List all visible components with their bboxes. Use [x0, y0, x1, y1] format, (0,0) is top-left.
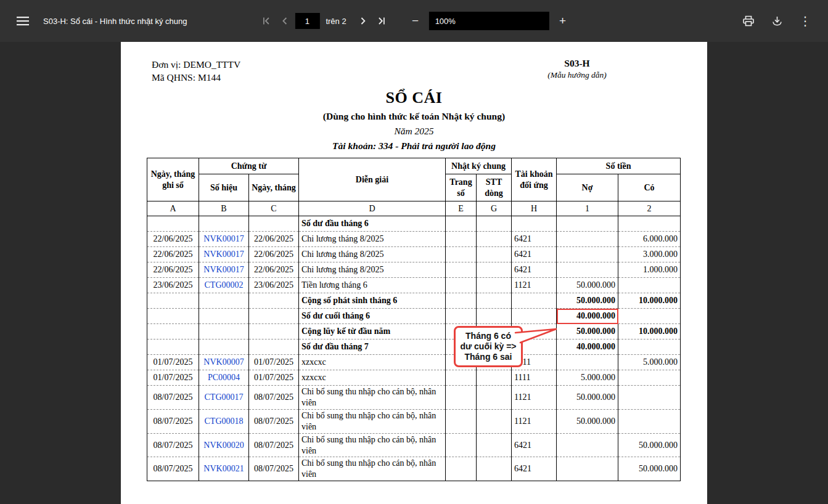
table-row: 08/07/2025NVK0002108/07/2025Chi bổ sung …: [147, 457, 681, 481]
hamburger-icon: [17, 16, 29, 26]
header-amount-group: Số tiền: [557, 158, 681, 174]
ledger-cell-journal-line: [477, 309, 512, 324]
ledger-cell-journal-page: [446, 232, 477, 247]
ledger-cell-credit: [618, 216, 681, 232]
ledger-cell-debit: [557, 232, 618, 247]
download-icon: [771, 15, 783, 26]
table-row: 22/06/2025NVK0001722/06/2025Chi lương th…: [147, 262, 681, 278]
next-page-button[interactable]: [354, 12, 372, 30]
ledger-cell-credit: 10.000.000: [618, 324, 681, 339]
ledger-cell-debit: [557, 457, 618, 481]
ledger-cell-credit: 50.000.000: [618, 457, 681, 481]
ledger-cell-voucher-date: 08/07/2025: [249, 433, 299, 457]
annotation-callout: Tháng 6 có dư cuối kỳ => Tháng 6 sai: [454, 326, 523, 367]
document-link[interactable]: CTG00018: [199, 409, 249, 433]
report-title: SỔ CÁI: [121, 89, 707, 107]
ledger-cell-debit: 5.000.000: [557, 370, 618, 386]
ledger-cell-date: 08/07/2025: [147, 433, 199, 457]
ledger-cell-debit: [557, 355, 618, 370]
ledger-cell-credit: [618, 409, 681, 433]
header-voucher-no: Số hiệu: [199, 174, 249, 201]
ledger-cell-voucher-date: 22/06/2025: [249, 232, 299, 247]
table-row: 22/06/2025NVK0001722/06/2025Chi lương th…: [147, 232, 681, 247]
ledger-cell-credit: 5.000.000: [618, 355, 681, 370]
ledger-cell-voucher-no: [199, 309, 249, 324]
document-link[interactable]: NVK00017: [199, 232, 249, 247]
ledger-cell-description: Tiền lương tháng 6: [299, 278, 446, 293]
print-button[interactable]: [739, 12, 758, 30]
document-link[interactable]: CTG00002: [199, 278, 249, 293]
download-button[interactable]: [768, 12, 786, 30]
menu-button[interactable]: [14, 12, 32, 30]
table-row: Cộng số phát sinh tháng 650.000.00010.00…: [147, 293, 681, 309]
table-row: Cộng lũy kế từ đầu năm50.000.00010.000.0…: [147, 324, 681, 339]
document-link[interactable]: CTG00017: [199, 386, 249, 410]
ledger-cell-credit: 6.000.000: [618, 232, 681, 247]
col-letter: 2: [618, 201, 681, 216]
page-number-input[interactable]: [295, 13, 319, 29]
ledger-cell-description: xzxcxc: [299, 370, 446, 386]
ledger-cell-journal-page: [446, 278, 477, 293]
document-link[interactable]: NVK00020: [199, 433, 249, 457]
chevron-left-icon: [279, 16, 289, 26]
first-page-button[interactable]: [256, 12, 275, 30]
ledger-cell-voucher-date: [249, 339, 299, 355]
ledger-cell-journal-page: [446, 433, 477, 457]
ledger-cell-debit: [557, 433, 618, 457]
ledger-cell-journal-line: [477, 247, 512, 262]
ledger-cell-description: Chi bổ sung thu nhập cho cán bộ, nhân vi…: [299, 457, 446, 481]
ledger-cell-journal-page: [446, 293, 477, 309]
ledger-cell-date: 22/06/2025: [147, 232, 199, 247]
ledger-cell-date: [147, 216, 199, 232]
ledger-cell-description: Cộng lũy kế từ đầu năm: [299, 324, 446, 339]
ledger-cell-voucher-date: [249, 293, 299, 309]
prev-page-button[interactable]: [275, 12, 293, 30]
col-letter: D: [299, 201, 446, 216]
header-credit: Có: [618, 174, 681, 201]
ledger-cell-journal-line: [477, 370, 512, 386]
ledger-cell-description: Số dư đầu tháng 6: [299, 216, 446, 232]
header-debit: Nợ: [557, 174, 618, 201]
table-row: 08/07/2025CTG0001808/07/2025Chi bổ sung …: [147, 409, 681, 433]
ledger-cell-journal-line: [477, 232, 512, 247]
table-row: 01/07/2025NVK0000701/07/2025xzxcxc61115.…: [147, 355, 681, 370]
ledger-cell-journal-page: [446, 457, 477, 481]
col-letter: B: [199, 201, 249, 216]
ledger-cell-voucher-date: 22/06/2025: [249, 262, 299, 278]
ledger-cell-debit: [557, 262, 618, 278]
table-row: 08/07/2025NVK0002008/07/2025Chi bổ sung …: [147, 433, 681, 457]
ledger-cell-journal-page: [446, 386, 477, 410]
document-link[interactable]: NVK00007: [199, 355, 249, 370]
document-link[interactable]: NVK00017: [199, 247, 249, 262]
ledger-cell-journal-page: [446, 309, 477, 324]
table-row: Số dư cuối tháng 640.000.000: [147, 309, 681, 324]
ledger-cell-journal-page: [446, 370, 477, 386]
ledger-cell-journal-line: [477, 216, 512, 232]
zoom-in-button[interactable]: +: [554, 12, 572, 30]
last-page-button[interactable]: [372, 12, 391, 30]
document-header: Đơn vị: DEMO_TTTV Mã QHNS: M144 S03-H (M…: [121, 42, 707, 84]
ledger-cell-debit: 50.000.000: [557, 386, 618, 410]
ledger-cell-debit: [557, 247, 618, 262]
ledger-cell-date: [147, 309, 199, 324]
document-link[interactable]: NVK00021: [199, 457, 249, 481]
zoom-level-display[interactable]: 100%: [429, 12, 549, 30]
ledger-cell-debit: [557, 216, 618, 232]
ledger-cell-description: Chi bổ sung thu nhập cho cán bộ, nhân vi…: [299, 433, 446, 457]
document-link[interactable]: PC00004: [199, 370, 249, 386]
last-page-icon: [377, 16, 387, 26]
ledger-cell-date: 08/07/2025: [147, 386, 199, 410]
ledger-cell-description: Cộng số phát sinh tháng 6: [299, 293, 446, 309]
ledger-cell-date: 22/06/2025: [147, 247, 199, 262]
ledger-cell-voucher-date: 08/07/2025: [249, 409, 299, 433]
ledger-cell-voucher-no: [199, 324, 249, 339]
col-letter: G: [477, 201, 512, 216]
ledger-cell-journal-line: [477, 433, 512, 457]
ledger-cell-debit: 50.000.000: [557, 278, 618, 293]
col-letter: 1: [557, 201, 618, 216]
document-link[interactable]: NVK00017: [199, 262, 249, 278]
zoom-out-button[interactable]: −: [407, 12, 424, 30]
ledger-cell-account: [512, 293, 557, 309]
more-options-button[interactable]: ⋮: [796, 12, 814, 30]
ledger-cell-journal-line: [477, 409, 512, 433]
